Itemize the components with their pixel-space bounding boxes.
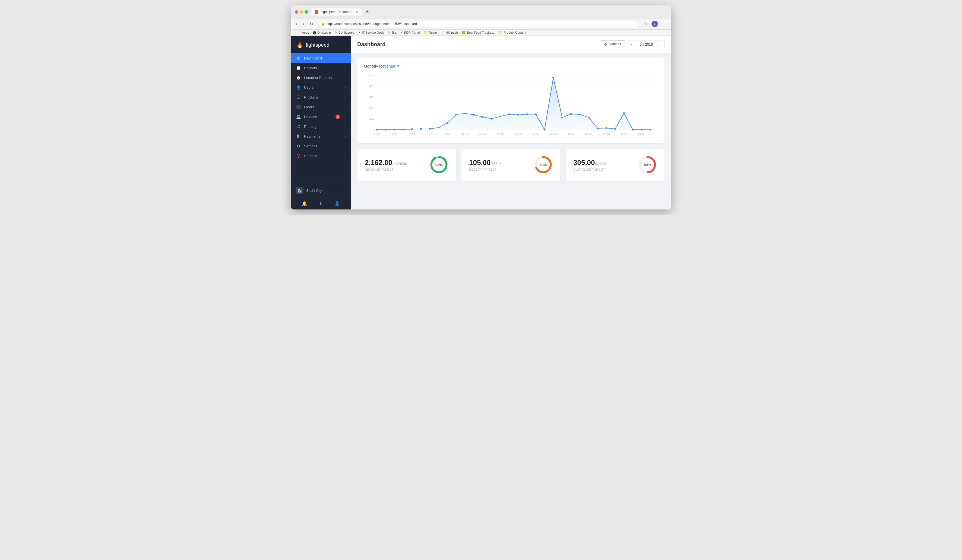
sidebar-item-dashboard[interactable]: ▦ Dashboard <box>291 53 351 63</box>
user-avatar[interactable]: E <box>652 21 658 27</box>
settings-button[interactable]: ⚙ Settings <box>600 40 625 48</box>
svg-text:1 Jul: 1 Jul <box>374 133 379 135</box>
svg-point-22 <box>455 114 457 115</box>
receipt-stat-value: 105.00/155.00 <box>469 158 502 167</box>
svg-text:9 Jul: 9 Jul <box>445 133 450 135</box>
dashboard-icon: ▦ <box>296 56 301 60</box>
sidebar-item-support-label: Support <box>304 154 317 158</box>
bookmark-onelogin[interactable]: ⬤ OneLogin <box>313 31 331 34</box>
svg-text:11 Jul: 11 Jul <box>462 133 469 135</box>
svg-point-30 <box>526 113 528 115</box>
printing-arrow-icon: › <box>345 125 346 128</box>
month-prev-button[interactable]: ‹ <box>628 40 636 48</box>
payments-icon: 🖩 <box>296 134 301 138</box>
sidebar-item-products[interactable]: ☰ Products › <box>291 92 351 102</box>
revenue-stat-info: 2,162.00/2,325.00 REVENUE TARGET <box>365 158 407 171</box>
sidebar-item-products-label: Products <box>304 95 318 99</box>
sidebar-item-floors[interactable]: ⬛ Floors <box>291 102 351 112</box>
bookmark-product-content[interactable]: 📁 Product Content <box>499 31 526 34</box>
bookmark-best-food-trucks[interactable]: 🍔 Best Food Trucks ... <box>462 31 495 34</box>
revenue-donut-label: 93% <box>436 163 442 167</box>
bookmark-resto[interactable]: 📁 Resto <box>423 31 437 34</box>
minimize-button[interactable] <box>300 10 303 14</box>
chart-wrapper: 500 400 300 200 100 0 <box>364 73 658 138</box>
user-profile-button[interactable]: 👤 <box>334 201 340 206</box>
new-tab-button[interactable]: + <box>366 9 369 14</box>
bookmark-star-button[interactable]: ☆ <box>642 21 649 27</box>
sidebar-item-printing[interactable]: 🖨 Printing › <box>291 122 351 131</box>
sidebar-item-location-reports-label: Location Reports <box>304 76 332 80</box>
bookmark-it-service-desk[interactable]: ✕ IT Service Desk <box>358 31 384 34</box>
users-icon: 👤 <box>296 85 301 90</box>
svg-text:3 Jul: 3 Jul <box>392 133 397 135</box>
svg-point-19 <box>429 128 431 130</box>
sidebar-item-payments[interactable]: 🖩 Payments › <box>291 131 351 141</box>
svg-point-38 <box>597 127 599 129</box>
reload-button[interactable]: ↻ <box>308 21 315 27</box>
svg-point-27 <box>499 116 501 117</box>
back-button[interactable]: ‹ <box>294 21 299 27</box>
revenue-chart: 500 400 300 200 100 0 <box>364 73 658 138</box>
devices-badge: 1 <box>336 114 340 119</box>
address-bar[interactable]: 🔒 https://nae2-web.posios.com/management… <box>317 21 640 27</box>
receipt-donut-label: 68% <box>540 163 547 167</box>
svg-point-17 <box>411 128 413 130</box>
location-item[interactable]: 🏪 Sushi City <box>296 187 346 194</box>
svg-text:500: 500 <box>369 74 374 77</box>
sidebar-item-printing-label: Printing <box>304 124 316 129</box>
download-button[interactable]: ⬇ <box>319 201 323 206</box>
sidebar-item-settings[interactable]: ⚙ Settings › <box>291 141 351 151</box>
sidebar-item-support[interactable]: ❓ Support › <box>291 151 351 161</box>
notifications-button[interactable]: 🔔 <box>302 201 307 206</box>
tab-close-button[interactable]: ✕ <box>355 10 358 14</box>
receipt-stat-info: 105.00/155.00 RECEIPT TARGET <box>469 158 502 171</box>
bookmark-best-food-trucks-label: Best Food Trucks ... <box>467 31 495 34</box>
bookmark-pdr-portal-label: PDR Portal <box>404 31 420 34</box>
logo-text[interactable]: lightspeed <box>306 42 329 48</box>
stats-row: 2,162.00/2,325.00 REVENUE TARGET 93% <box>357 149 665 181</box>
month-next-button[interactable]: › <box>657 40 664 48</box>
sidebar-item-users[interactable]: 👤 Users › <box>291 82 351 92</box>
bookmark-jira[interactable]: ✕ Jira <box>387 31 397 34</box>
bookmark-confluence[interactable]: ✕ Confluence <box>335 31 354 34</box>
sidebar-item-location-reports[interactable]: 🏠 Location Reports › <box>291 73 351 82</box>
lock-icon: 🔒 <box>321 22 325 26</box>
toolbar-actions: ☆ E ⋮ <box>642 21 668 27</box>
svg-point-33 <box>552 77 554 79</box>
bookmark-apps-label: Apps <box>302 31 309 34</box>
menu-button[interactable]: ⋮ <box>660 21 668 27</box>
svg-text:31 Jul: 31 Jul <box>638 133 645 135</box>
svg-text:19 Jul: 19 Jul <box>532 133 539 135</box>
products-arrow-icon: › <box>345 95 346 99</box>
apps-icon: ⋮⋮ <box>294 31 301 34</box>
support-arrow-icon: › <box>345 154 346 158</box>
url-text: https://nae2-web.posios.com/management/e… <box>326 22 417 26</box>
sidebar-item-reports-label: Reports <box>304 66 317 70</box>
maximize-button[interactable] <box>305 10 308 14</box>
sidebar-item-reports[interactable]: 📋 Reports › <box>291 63 351 73</box>
forward-button[interactable]: › <box>301 21 306 27</box>
resto-icon: 📁 <box>423 31 428 34</box>
page-title: Dashboard <box>357 41 386 47</box>
svg-point-20 <box>437 127 439 128</box>
close-button[interactable] <box>295 10 298 14</box>
customer-stat-info: 305.00/620.00 CUSTOMER TARGET <box>573 158 607 171</box>
payments-arrow-icon: › <box>345 135 346 138</box>
bookmark-apps[interactable]: ⋮⋮ Apps <box>294 31 309 34</box>
svg-text:21 Jul: 21 Jul <box>550 133 557 135</box>
sidebar-item-devices[interactable]: 💻 Devices 1 › <box>291 112 351 122</box>
bookmark-jira-label: Jira <box>391 31 397 34</box>
sidebar-location[interactable]: 🏪 Sushi City <box>291 183 351 198</box>
customer-stat-value: 305.00/620.00 <box>573 158 607 167</box>
bookmark-hc-push[interactable]: 📄 HC push <box>441 31 458 34</box>
customer-donut-label: 49% <box>644 163 651 167</box>
svg-text:7 Jul: 7 Jul <box>427 133 433 135</box>
svg-point-24 <box>473 114 475 116</box>
sidebar-item-devices-label: Devices <box>304 115 317 119</box>
browser-tab[interactable]: Lightspeed Restaurant ✕ <box>310 8 362 16</box>
revenue-stat-card: 2,162.00/2,325.00 REVENUE TARGET 93% <box>357 149 456 181</box>
bookmark-pdr-portal[interactable]: ✕ PDR Portal <box>400 31 420 34</box>
sidebar-logo: 🔥 lightspeed <box>291 36 351 53</box>
chart-dropdown-button[interactable]: ▼ <box>397 64 400 68</box>
svg-point-25 <box>482 116 484 118</box>
